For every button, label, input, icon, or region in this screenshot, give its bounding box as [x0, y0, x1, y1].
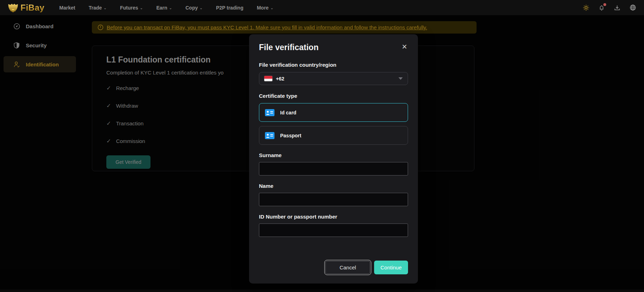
shell-logo-icon — [8, 3, 18, 13]
main-menu: Market Trade ⌄ Futures ⌄ Earn ⌄ Copy ⌄ P… — [59, 5, 273, 11]
globe-icon[interactable] — [629, 4, 636, 11]
nav-item-p2p-trading[interactable]: P2P trading — [216, 5, 243, 11]
chevron-down-icon: ⌄ — [200, 6, 202, 10]
close-icon[interactable]: ✕ — [401, 43, 408, 51]
nav-item-trade[interactable]: Trade ⌄ — [89, 5, 107, 11]
nav-item-market[interactable]: Market — [59, 5, 75, 11]
nav-item-earn[interactable]: Earn ⌄ — [156, 5, 172, 11]
cert-option-id-card[interactable]: Id card — [259, 103, 408, 122]
nav-item-futures[interactable]: Futures ⌄ — [120, 5, 143, 11]
sun-icon[interactable] — [583, 4, 590, 11]
navbar-actions — [583, 4, 636, 11]
brand-name: FiBay — [20, 3, 45, 13]
id-number-label: ID Number or passport number — [259, 214, 408, 220]
modal-title: File verification — [259, 43, 319, 52]
continue-button[interactable]: Continue — [374, 261, 408, 274]
name-input[interactable] — [259, 193, 408, 206]
chevron-down-icon: ⌄ — [104, 6, 106, 10]
nav-item-more[interactable]: More ⌄ — [257, 5, 273, 11]
indonesia-flag-icon — [264, 76, 272, 81]
download-icon[interactable] — [614, 4, 621, 11]
certificate-type-label: Certificate type — [259, 93, 408, 99]
cert-option-label: Passport — [280, 133, 301, 138]
country-label: File verification country/region — [259, 62, 408, 68]
id-card-icon — [265, 109, 274, 116]
id-number-input[interactable] — [259, 224, 408, 237]
top-navbar: FiBay Market Trade ⌄ Futures ⌄ Earn ⌄ Co… — [0, 0, 644, 15]
cert-option-label: Id card — [280, 110, 296, 115]
country-value: +62 — [276, 76, 284, 82]
file-verification-modal: File verification ✕ File verification co… — [249, 34, 418, 284]
cert-option-passport[interactable]: Passport — [259, 126, 408, 145]
nav-item-copy[interactable]: Copy ⌄ — [185, 5, 202, 11]
country-select[interactable]: +62 — [259, 72, 408, 85]
id-card-icon — [265, 132, 274, 139]
notification-badge — [603, 3, 606, 6]
surname-label: Surname — [259, 152, 408, 158]
name-label: Name — [259, 183, 408, 189]
surname-input[interactable] — [259, 162, 408, 175]
chevron-down-icon: ⌄ — [270, 6, 273, 10]
dropdown-caret-icon — [398, 77, 403, 80]
brand-logo[interactable]: FiBay — [8, 3, 45, 13]
chevron-down-icon: ⌄ — [140, 6, 143, 10]
bell-icon[interactable] — [598, 4, 605, 11]
cancel-button[interactable]: Cancel — [324, 260, 371, 275]
chevron-down-icon: ⌄ — [169, 6, 172, 10]
